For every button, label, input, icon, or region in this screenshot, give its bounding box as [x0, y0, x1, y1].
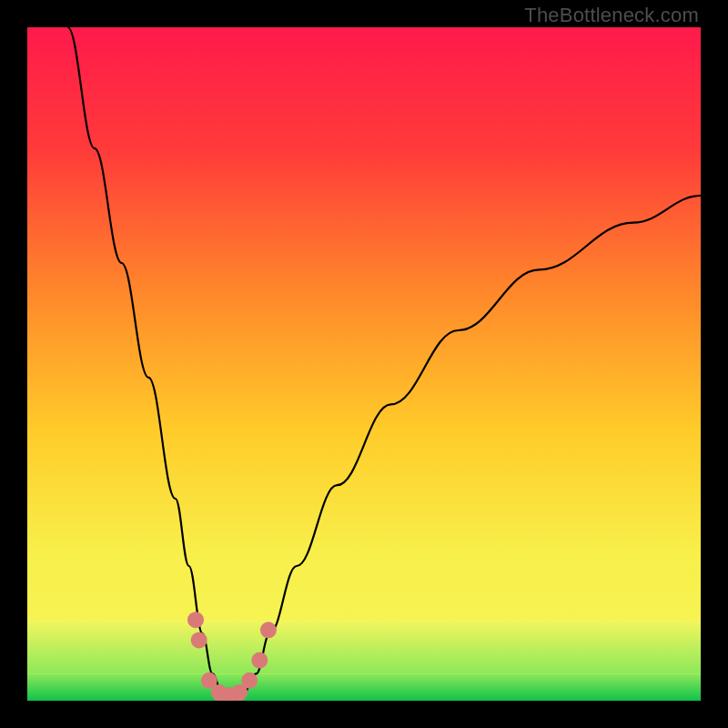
gradient-background — [27, 27, 701, 701]
marker-dot — [251, 652, 268, 669]
chart-frame: TheBottleneck.com — [0, 0, 728, 728]
color-bands — [27, 620, 701, 701]
bottleneck-chart — [27, 27, 701, 701]
svg-rect-1 — [27, 673, 701, 701]
marker-dot — [241, 672, 258, 689]
marker-dot — [260, 622, 277, 638]
marker-dot — [191, 632, 207, 648]
watermark-text: TheBottleneck.com — [524, 4, 699, 27]
svg-rect-0 — [27, 620, 701, 673]
marker-dot — [187, 612, 204, 628]
plot-area — [27, 27, 701, 701]
